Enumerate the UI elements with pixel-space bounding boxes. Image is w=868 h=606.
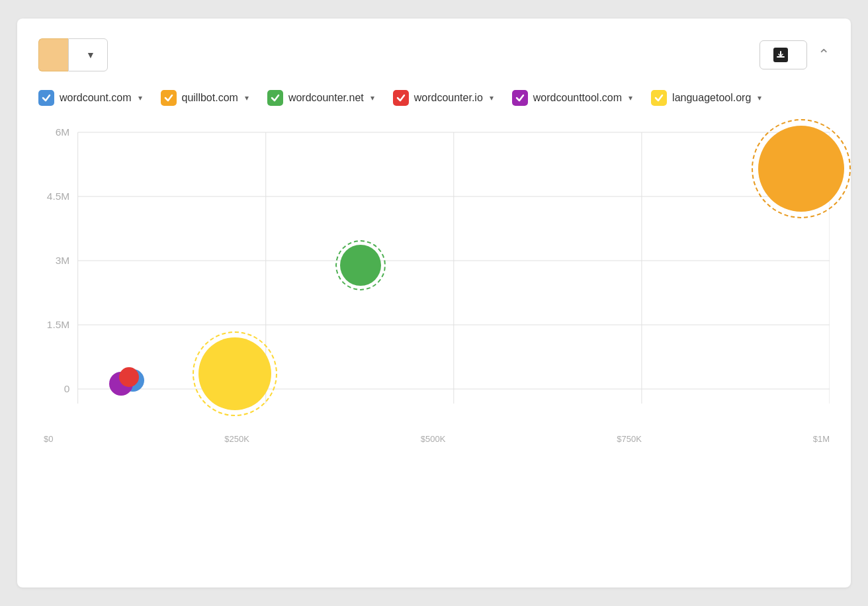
export-icon: [773, 48, 788, 62]
chart-inner: 6M 4.5M 3M 1.5M 0 $0$250K$500K$750K$1M: [44, 119, 830, 448]
toolbar-right: ⌃: [760, 40, 830, 69]
bubble-wordcounter_net: [340, 245, 381, 286]
export-button[interactable]: [760, 40, 807, 69]
x-axis-tick: $500K: [421, 434, 446, 444]
chevron-down-icon: ▾: [490, 93, 494, 103]
svg-rect-1: [780, 51, 781, 56]
chart-container: 6M 4.5M 3M 1.5M 0 $0$250K$500K$750K$1M: [38, 119, 830, 448]
custom-dropdown[interactable]: ▼: [68, 38, 108, 71]
toolbar: ▼ ⌃: [38, 38, 830, 71]
legend-label-quillbot: quillbot.com: [182, 92, 238, 104]
legend-item-wordcounttool[interactable]: wordcounttool.com▾: [512, 90, 632, 106]
toolbar-left: ▼: [38, 38, 108, 71]
chevron-down-icon: ▼: [86, 50, 95, 60]
legend: wordcount.com▾quillbot.com▾wordcounter.n…: [38, 90, 830, 106]
chevron-down-icon: ▾: [758, 93, 761, 103]
bubble-quillbot: [758, 126, 844, 212]
checkbox-wordcounter_io: [393, 90, 409, 106]
chevron-down-icon: ▾: [138, 93, 142, 103]
legend-item-wordcount[interactable]: wordcount.com▾: [38, 90, 142, 106]
legend-label-wordcounter_net: wordcounter.net: [288, 92, 364, 104]
checkbox-wordcounter_net: [267, 90, 283, 106]
legend-label-wordcounter_io: wordcounter.io: [414, 92, 483, 104]
legend-item-wordcounter_net[interactable]: wordcounter.net▾: [267, 90, 374, 106]
legend-label-wordcounttool: wordcounttool.com: [533, 92, 622, 104]
svg-text:3M: 3M: [56, 255, 70, 266]
x-axis-tick: $250K: [224, 434, 249, 444]
checkbox-quillbot: [161, 90, 177, 106]
checkbox-wordcounttool: [512, 90, 528, 106]
legend-label-wordcount: wordcount.com: [60, 92, 132, 104]
checkbox-languagetool: [651, 90, 667, 106]
chart-area: 6M 4.5M 3M 1.5M 0 $0$250K$500K$750K$1M: [38, 119, 830, 448]
chevron-down-icon: ▾: [370, 93, 374, 103]
svg-text:1.5M: 1.5M: [47, 319, 69, 330]
main-card: ▼ ⌃ wordcount.com▾quillbot.com▾wordcount…: [17, 19, 851, 587]
grid-container: 6M 4.5M 3M 1.5M 0: [44, 119, 830, 430]
x-axis-tick: $750K: [617, 434, 642, 444]
legend-label-languagetool: languagetool.org: [672, 92, 751, 104]
checkbox-wordcount: [38, 90, 54, 106]
svg-text:6M: 6M: [56, 126, 70, 138]
chevron-down-icon: ▾: [245, 93, 249, 103]
legend-item-languagetool[interactable]: languagetool.org▾: [651, 90, 761, 106]
x-axis: $0$250K$500K$750K$1M: [44, 430, 830, 444]
bubble-languagetool: [198, 337, 271, 410]
chevron-down-icon: ▾: [629, 93, 632, 103]
svg-text:0: 0: [64, 383, 70, 394]
svg-text:4.5M: 4.5M: [47, 191, 69, 202]
collapse-button[interactable]: ⌃: [818, 46, 830, 64]
x-axis-tick: $0: [44, 434, 53, 444]
legend-item-wordcounter_io[interactable]: wordcounter.io▾: [393, 90, 494, 106]
top5-badge[interactable]: [38, 38, 68, 71]
bubble-wordcounter_io: [119, 367, 139, 387]
x-axis-tick: $1M: [813, 434, 830, 444]
legend-item-quillbot[interactable]: quillbot.com▾: [161, 90, 249, 106]
